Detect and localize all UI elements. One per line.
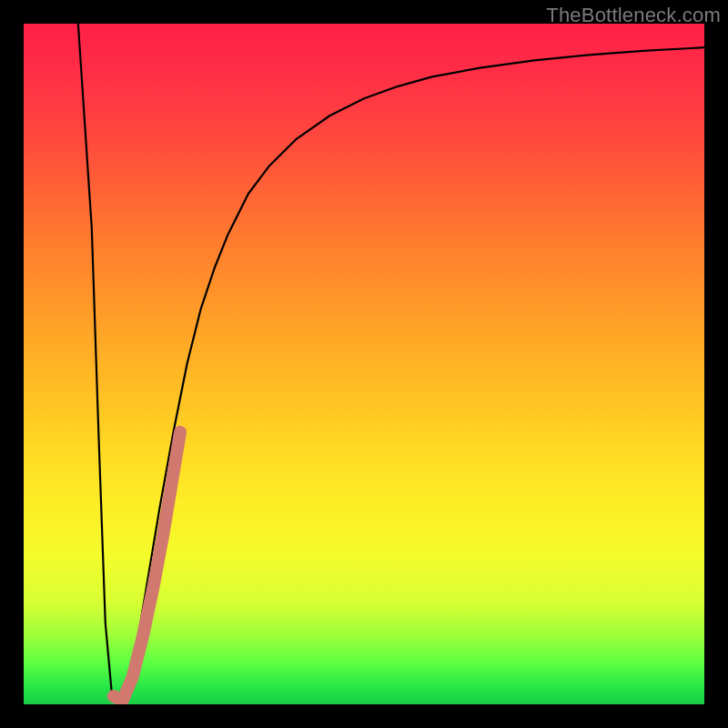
chart-frame: TheBottleneck.com xyxy=(0,0,728,728)
highlight-segment xyxy=(114,432,180,701)
bottleneck-curve xyxy=(78,24,704,704)
chart-svg xyxy=(24,24,704,704)
watermark-text: TheBottleneck.com xyxy=(546,4,721,27)
plot-area xyxy=(24,24,704,704)
